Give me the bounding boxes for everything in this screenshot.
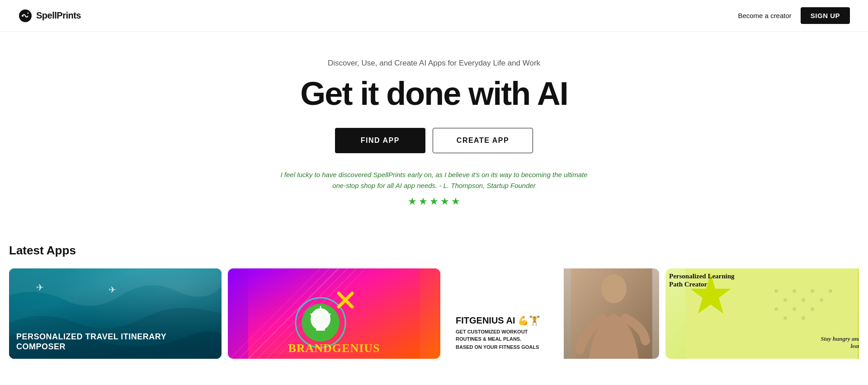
fitgenius-title: FITGENIUS AI 💪🏋️ xyxy=(456,315,555,326)
svg-point-1 xyxy=(22,15,24,17)
fitgenius-text: FITGENIUS AI 💪🏋️ GET CUSTOMIZED WORKOUT … xyxy=(447,268,564,359)
hero-section: Discover, Use, and Create AI Apps for Ev… xyxy=(0,32,868,225)
svg-point-31 xyxy=(774,307,778,311)
fitgenius-image xyxy=(564,268,660,359)
fitgenius-subtitle: GET CUSTOMIZED WORKOUT ROUTINES & MEAL P… xyxy=(456,329,555,343)
person-silhouette xyxy=(564,268,660,359)
nav-right: Become a creator SIGN UP xyxy=(738,7,850,24)
become-creator-link[interactable]: Become a creator xyxy=(738,12,791,19)
hero-subtitle: Discover, Use, and Create AI Apps for Ev… xyxy=(328,59,540,68)
app-card-travel[interactable]: ✈ ✈ PERSONALIZED TRAVEL ITINERARY COMPOS… xyxy=(9,268,222,359)
signup-button[interactable]: SIGN UP xyxy=(801,7,850,24)
find-app-button[interactable]: FIND APP xyxy=(335,128,425,153)
navbar: SpellPrints Become a creator SIGN UP xyxy=(0,0,868,32)
star-1: ★ xyxy=(408,196,417,207)
fitgenius-based: BASED ON YOUR FITNESS GOALS xyxy=(456,344,555,350)
svg-point-34 xyxy=(802,316,805,320)
svg-point-32 xyxy=(783,316,787,320)
latest-apps-section: Latest Apps ✈ ✈ PERSONALIZED TRAVEL ITIN… xyxy=(0,225,868,359)
svg-point-24 xyxy=(774,289,778,293)
plane-icon-1: ✈ xyxy=(36,282,44,293)
logo[interactable]: SpellPrints xyxy=(18,9,81,23)
plane-icon-2: ✈ xyxy=(108,284,116,295)
svg-point-25 xyxy=(783,298,787,302)
learning-title: Personalized Learning Path Creator xyxy=(669,272,741,288)
learning-subtitle: Stay hungry and keep learning! xyxy=(819,335,859,350)
star-3: ★ xyxy=(429,196,439,207)
star-rating: ★ ★ ★ ★ ★ xyxy=(280,196,588,207)
svg-point-26 xyxy=(793,289,796,293)
svg-point-30 xyxy=(829,289,832,293)
svg-point-29 xyxy=(820,298,823,302)
svg-point-27 xyxy=(802,298,805,302)
svg-point-28 xyxy=(811,289,814,293)
star-2: ★ xyxy=(419,196,428,207)
star-4: ★ xyxy=(440,196,449,207)
star-5: ★ xyxy=(451,196,460,207)
create-app-button[interactable]: CREATE APP xyxy=(433,128,533,153)
logo-icon xyxy=(18,9,33,23)
app-card-fitgenius[interactable]: FITGENIUS AI 💪🏋️ GET CUSTOMIZED WORKOUT … xyxy=(447,268,659,359)
testimonial: I feel lucky to have discovered SpellPri… xyxy=(280,169,588,207)
app-card-learning[interactable]: Personalized Learning Path Creator Stay … xyxy=(665,268,859,359)
logo-text: SpellPrints xyxy=(36,10,81,21)
fitgenius-emoji: 💪🏋️ xyxy=(518,315,540,325)
latest-apps-title: Latest Apps xyxy=(9,244,859,258)
svg-point-33 xyxy=(793,307,796,311)
hero-buttons: FIND APP CREATE APP xyxy=(335,128,533,153)
travel-card-title: PERSONALIZED TRAVEL ITINERARY COMPOSER xyxy=(9,325,222,359)
apps-grid: ✈ ✈ PERSONALIZED TRAVEL ITINERARY COMPOS… xyxy=(9,268,859,359)
testimonial-text: I feel lucky to have discovered SpellPri… xyxy=(280,169,588,191)
svg-point-21 xyxy=(601,274,626,303)
brandgenius-label: BrANDGENIUS xyxy=(288,342,380,355)
brand-text-overlay: BrANDGENIUS xyxy=(228,268,440,359)
hero-title: Get it done with AI xyxy=(300,76,567,112)
app-card-brandgenius[interactable]: BrANDGENIUS xyxy=(228,268,440,359)
svg-point-35 xyxy=(811,307,814,311)
